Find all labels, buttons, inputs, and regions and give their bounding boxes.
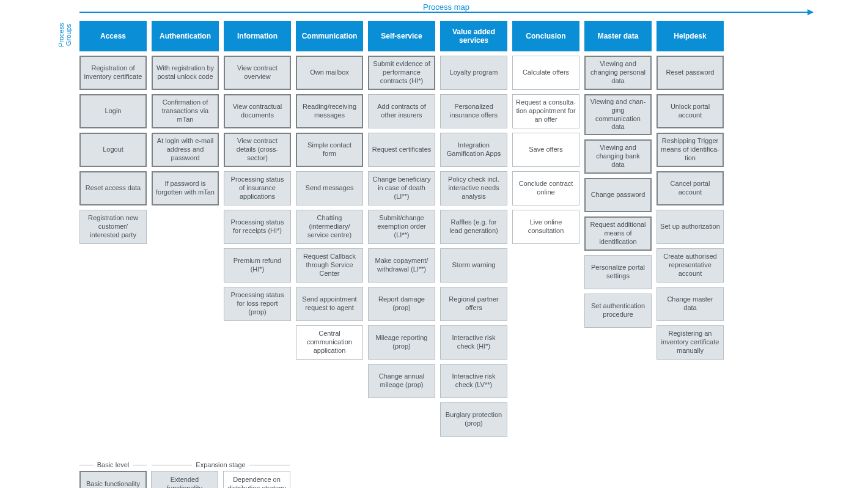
column-header: Communication: [296, 21, 363, 51]
column-helpdesk: HelpdeskReset passwordUnlock portal acco…: [657, 21, 724, 360]
column-authentication: AuthenticationWith registration by posta…: [152, 21, 219, 205]
column-conclusion: ConclusionCalculate offersRequest a cons…: [512, 21, 579, 244]
process-cell: Request additional means of identificati…: [584, 216, 652, 251]
process-cell: Viewing and changing personal data: [584, 56, 652, 90]
process-cell: Loyalty program: [440, 56, 507, 90]
process-cell: Integration Gamification Apps: [440, 133, 507, 167]
process-map-label: Process map: [418, 2, 474, 12]
process-cell: View contract details (cross-sector): [224, 133, 291, 167]
legend-basic-cell: Basic functionality: [79, 471, 147, 488]
process-cell: Simple contact form: [296, 133, 363, 167]
legend-expansion-title: Expansion stage: [196, 461, 245, 468]
arrow-line: [79, 12, 813, 13]
legend-basic-group: Basic level Basic functionality: [79, 461, 147, 488]
column-header: Conclusion: [512, 21, 579, 51]
process-cell: Create authorised representative account: [657, 248, 724, 283]
process-cell: Login: [79, 94, 147, 128]
process-cell: Processing status for loss report (prop): [224, 287, 291, 321]
process-cell: Storm warning: [440, 248, 507, 283]
process-cell: Calculate offers: [512, 56, 579, 90]
process-cell: Confirmation of transactions via mTan: [152, 94, 219, 128]
column-information: InformationView contract overviewView co…: [224, 21, 291, 321]
process-cell: Interactive risk check (LV**): [440, 364, 507, 398]
legend-expansion-group: Expansion stage Extended functionality D…: [152, 461, 290, 488]
process-cell: Raffles (e.g. for lead generation): [440, 210, 507, 244]
process-cell: Send messages: [296, 171, 363, 205]
process-cell: With registration by postal unlock code: [152, 56, 219, 90]
process-cell: Personalized insurance offers: [440, 94, 507, 128]
process-cell: View contractual documents: [224, 94, 291, 128]
process-cell: Set up authorization: [657, 210, 724, 244]
process-grid: Process Groups AccessRegistration of inv…: [55, 21, 813, 437]
process-cell: Mileage reporting (prop): [368, 325, 435, 360]
process-cell: Central communication application: [296, 325, 363, 360]
process-cell: Request a consulta- tion appointment for…: [512, 94, 579, 128]
column-master-data: Master dataViewing and changing personal…: [584, 21, 652, 328]
process-cell: Add contracts of other insurers: [368, 94, 435, 128]
column-self-service: Self-serviceSubmit evidence of performan…: [368, 21, 435, 398]
process-cell: Chatting (intermediary/ service centre): [296, 210, 363, 244]
process-cell: Viewing and chan- ging communication dat…: [584, 94, 652, 135]
process-cell: Cancel portal account: [657, 171, 724, 205]
process-cell: Policy check incl. interactive needs ana…: [440, 171, 507, 205]
process-cell: Viewing and changing bank data: [584, 139, 652, 174]
process-cell: Registration of inventory certificate: [79, 56, 147, 90]
process-cell: Submit/change exemption order (LI**): [368, 210, 435, 244]
process-cell: Registering an inventory certificate man…: [657, 325, 724, 360]
column-value-added-services: Value added servicesLoyalty programPerso…: [440, 21, 507, 437]
process-cell: Submit evidence of performance contracts…: [368, 56, 435, 90]
column-header: Helpdesk: [657, 21, 724, 51]
process-cell: At login with e-mail address and passwor…: [152, 133, 219, 167]
process-cell: Change password: [584, 178, 652, 212]
process-cell: Make copayment/ withdrawal (LI**): [368, 248, 435, 283]
process-cell: If password is forgotten with mTan: [152, 171, 219, 205]
process-cell: Live online consultation: [512, 210, 579, 244]
process-cell: Save offers: [512, 133, 579, 167]
legend: Basic level Basic functionality Expansio…: [79, 461, 813, 488]
process-cell: Request certificates: [368, 133, 435, 167]
process-cell: Registration new customer/ interested pa…: [79, 210, 147, 244]
process-cell: Regional partner offers: [440, 287, 507, 321]
process-cell: View contract overview: [224, 56, 291, 90]
process-cell: Change master data: [657, 287, 724, 321]
process-cell: Request Callback through Service Center: [296, 248, 363, 283]
side-label-process-groups: Process Groups: [55, 21, 75, 51]
column-header: Master data: [584, 21, 652, 51]
column-header: Value added services: [440, 21, 507, 51]
process-map-arrow: Process map: [79, 6, 813, 18]
process-cell: Set authentication procedure: [584, 294, 652, 328]
process-cell: Change beneficiary in case of death (LI*…: [368, 171, 435, 205]
legend-basic-title: Basic level: [97, 461, 130, 468]
process-cell: Own mailbox: [296, 56, 363, 90]
process-cell: Burglary protection (prop): [440, 402, 507, 437]
process-cell: Reading/receiving messages: [296, 94, 363, 128]
column-header: Authentication: [152, 21, 219, 51]
process-cell: Interactive risk check (HI*): [440, 325, 507, 360]
process-cell: Change annual mileage (prop): [368, 364, 435, 398]
legend-ext-cell: Extended functionality: [151, 471, 218, 488]
process-cell: Processing status for receipts (HI*): [224, 210, 291, 244]
column-access: AccessRegistration of inventory certific…: [79, 21, 147, 244]
column-header: Information: [224, 21, 291, 51]
process-cell: Personalize portal settings: [584, 255, 652, 289]
process-cell: Processing status of insurance applicati…: [224, 171, 291, 205]
legend-dist-cell: Dependence on distribution strategy: [223, 471, 290, 488]
process-cell: Conclude contract online: [512, 171, 579, 205]
process-cell: Send appointment request to agent: [296, 287, 363, 321]
process-cell: Logout: [79, 133, 147, 167]
process-cell: Reset password: [657, 56, 724, 90]
column-header: Access: [79, 21, 147, 51]
process-cell: Report damage (prop): [368, 287, 435, 321]
process-cell: Reshipping Trigger means of identifica- …: [657, 133, 724, 167]
process-cell: Premium refund (HI*): [224, 248, 291, 283]
process-cell: Unlock portal account: [657, 94, 724, 128]
column-header: Self-service: [368, 21, 435, 51]
column-communication: CommunicationOwn mailboxReading/receivin…: [296, 21, 363, 360]
process-cell: Reset access data: [79, 171, 147, 205]
